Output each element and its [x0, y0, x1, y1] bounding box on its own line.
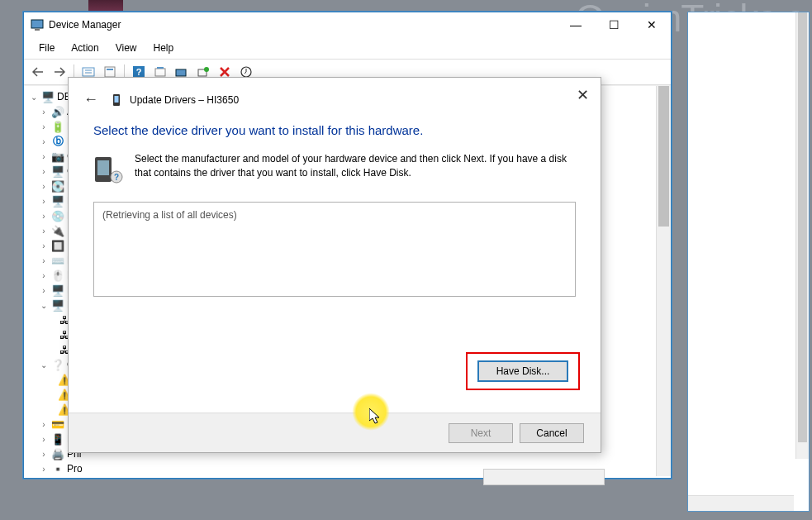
list-status-text: (Retrieving a list of all devices) [102, 209, 237, 221]
expander-icon[interactable]: › [39, 227, 49, 236]
expander-icon[interactable]: › [39, 465, 49, 474]
device-icon [110, 93, 123, 107]
computer-icon: 🖥️ [41, 90, 55, 103]
svg-rect-1 [35, 29, 40, 31]
menu-view[interactable]: View [107, 39, 145, 57]
cancel-button[interactable]: Cancel [520, 423, 584, 443]
menu-action[interactable]: Action [63, 39, 107, 57]
expander-icon[interactable]: › [39, 152, 49, 161]
expander-icon[interactable]: › [39, 182, 49, 191]
dialog-description: Select the manufacturer and model of you… [135, 152, 576, 185]
menu-file[interactable]: File [31, 39, 63, 57]
expander-icon[interactable]: › [39, 435, 49, 444]
window-title: Device Manager [49, 19, 557, 31]
device-category-icon: 🖥️ [51, 284, 64, 297]
device-category-icon: ▪️ [51, 462, 64, 475]
close-button[interactable]: ✕ [633, 12, 671, 37]
svg-rect-6 [107, 69, 113, 70]
svg-rect-11 [176, 69, 186, 76]
expander-icon[interactable]: › [39, 450, 49, 459]
expander-icon[interactable]: ⌄ [39, 301, 49, 310]
device-category-icon: 🖥️ [51, 194, 64, 208]
svg-rect-0 [31, 20, 43, 28]
title-bar[interactable]: Device Manager — ☐ ✕ [24, 12, 671, 37]
device-category-icon: 🖥️ [51, 298, 64, 312]
hardware-disk-icon: ? [93, 152, 123, 185]
have-disk-highlight: Have Disk... [466, 352, 580, 390]
next-button[interactable]: Next [449, 423, 513, 443]
expander-icon[interactable]: › [39, 137, 49, 146]
device-list-box[interactable]: (Retrieving a list of all devices) [93, 202, 576, 297]
secondary-scrollbar[interactable] [795, 12, 809, 459]
secondary-statusbar [688, 495, 794, 511]
device-category-icon: 💽 [51, 179, 64, 193]
expander-icon[interactable]: › [39, 107, 49, 117]
device-manager-icon [31, 18, 44, 31]
minimize-button[interactable]: — [557, 12, 595, 37]
device-category-icon: 🔊 [51, 105, 64, 118]
expander-icon[interactable]: › [39, 256, 49, 265]
dialog-close-button[interactable]: ✕ [577, 86, 589, 104]
device-category-icon: 🔌 [51, 224, 64, 237]
background-taskbar-fragment [88, 0, 123, 11]
toolbar-back-button[interactable] [29, 63, 47, 81]
statusbar-segment [483, 469, 605, 485]
device-category-icon: ⌨️ [51, 254, 64, 267]
device-category-icon: 🖱️ [51, 269, 64, 282]
device-category-icon: ⓑ [51, 135, 64, 148]
device-category-icon: 🖨️ [51, 447, 64, 460]
device-category-icon: 🔋 [51, 120, 64, 133]
menu-bar: File Action View Help [24, 37, 671, 59]
device-category-icon: 💳 [51, 417, 64, 431]
svg-text:?: ? [114, 173, 119, 182]
device-category-icon: 📷 [51, 150, 64, 163]
device-category-icon: 💿 [51, 209, 64, 222]
maximize-button[interactable]: ☐ [595, 12, 633, 37]
svg-point-14 [204, 67, 209, 72]
svg-rect-2 [83, 68, 94, 76]
svg-rect-10 [157, 67, 164, 69]
expander-icon[interactable]: › [39, 241, 49, 250]
device-category-icon: 📱 [51, 432, 64, 446]
secondary-window [687, 12, 810, 512]
dialog-back-button[interactable]: ← [83, 91, 98, 108]
dialog-title: Update Drivers – HI3650 [130, 94, 239, 106]
device-category-icon: ❔ [51, 358, 64, 371]
expander-icon[interactable]: › [39, 167, 49, 176]
cursor-icon [369, 408, 382, 425]
svg-rect-9 [155, 69, 165, 76]
menu-help[interactable]: Help [145, 39, 183, 57]
dialog-footer: Next Cancel [69, 413, 601, 452]
svg-rect-5 [105, 67, 115, 77]
tree-scrollbar[interactable] [656, 86, 671, 476]
device-category-icon: 🖥️ [51, 165, 64, 178]
svg-text:?: ? [136, 67, 142, 77]
expander-icon[interactable]: ⌄ [29, 93, 39, 102]
update-drivers-dialog: ← Update Drivers – HI3650 ✕ Select the d… [68, 77, 601, 453]
svg-rect-17 [115, 96, 119, 103]
tree-item-label: Pro [67, 463, 83, 475]
expander-icon[interactable]: › [39, 212, 49, 221]
svg-rect-19 [97, 160, 109, 175]
expander-icon[interactable]: › [39, 197, 49, 206]
expander-icon[interactable]: › [39, 271, 49, 280]
expander-icon[interactable]: › [39, 286, 49, 295]
device-category-icon: 🔲 [51, 239, 64, 252]
dialog-heading: Select the device driver you want to ins… [93, 123, 576, 137]
expander-icon[interactable]: ⌄ [39, 360, 49, 370]
have-disk-button[interactable]: Have Disk... [477, 360, 568, 382]
toolbar-forward-button[interactable] [50, 63, 69, 81]
expander-icon[interactable]: › [39, 420, 49, 429]
expander-icon[interactable]: › [39, 122, 49, 131]
